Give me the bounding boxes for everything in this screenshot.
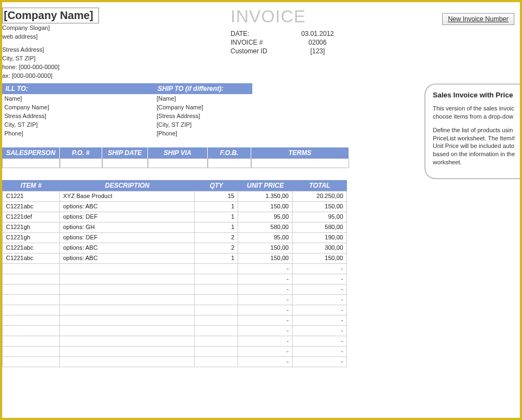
shipto-street[interactable]: [Stress Address]: [154, 112, 307, 120]
cell-qty[interactable]: 1: [195, 212, 238, 222]
table-row[interactable]: --: [2, 284, 347, 294]
cell-item[interactable]: [2, 295, 60, 305]
cell-terms[interactable]: [251, 158, 349, 168]
cell-total[interactable]: 580,00: [293, 223, 347, 232]
cell-unit[interactable]: 150,00: [238, 202, 293, 212]
cell-item[interactable]: C1221abc: [2, 243, 60, 253]
cell-unit[interactable]: -: [238, 274, 293, 284]
cell-desc[interactable]: [60, 305, 195, 315]
table-row[interactable]: --: [2, 294, 347, 305]
table-row[interactable]: C1221abcoptions: ABC1150,00150,00: [2, 201, 347, 212]
cell-qty[interactable]: [195, 347, 238, 356]
cell-qty[interactable]: 1: [195, 254, 238, 263]
cell-qty[interactable]: 2: [195, 243, 238, 253]
cell-unit[interactable]: -: [238, 357, 293, 367]
cell-total[interactable]: -: [293, 305, 347, 315]
cell-unit[interactable]: -: [238, 326, 293, 336]
billto-phone[interactable]: Phone]: [2, 129, 154, 138]
cell-unit[interactable]: 150,00: [238, 243, 293, 253]
table-row[interactable]: C1221ghoptions: DEF295,00190,00: [2, 232, 347, 243]
cell-item[interactable]: C1221: [2, 192, 60, 201]
table-row[interactable]: --: [2, 336, 347, 346]
cell-desc[interactable]: options: ABC: [60, 243, 195, 253]
cell-qty[interactable]: [195, 264, 238, 274]
table-row[interactable]: --: [2, 346, 347, 356]
cell-item[interactable]: [2, 285, 60, 294]
billto-street[interactable]: Stress Address]: [2, 112, 154, 120]
cell-qty[interactable]: [195, 305, 238, 315]
cell-unit[interactable]: -: [238, 316, 293, 325]
cell-item[interactable]: C1221abc: [2, 202, 60, 212]
cell-unit[interactable]: -: [238, 264, 293, 274]
cell-desc[interactable]: [60, 285, 195, 294]
cell-unit[interactable]: 95,00: [238, 212, 293, 222]
shipto-phone[interactable]: [Phone]: [154, 129, 307, 138]
cell-unit[interactable]: -: [238, 285, 293, 294]
cell-desc[interactable]: [60, 274, 195, 284]
cell-total[interactable]: 95,00: [293, 212, 347, 222]
cell-total[interactable]: -: [293, 316, 347, 325]
billto-name[interactable]: Name]: [2, 94, 154, 103]
cell-item[interactable]: [2, 336, 60, 346]
table-row[interactable]: C1221defoptions: DEF195,0095,00: [2, 212, 347, 222]
cell-desc[interactable]: [60, 295, 195, 305]
cell-qty[interactable]: [195, 316, 238, 325]
cell-qty[interactable]: 2: [195, 233, 238, 243]
cell-po[interactable]: [60, 158, 102, 168]
cell-qty[interactable]: [195, 295, 238, 305]
cell-total[interactable]: -: [293, 336, 347, 346]
cell-desc[interactable]: [60, 326, 195, 336]
cell-shipdate[interactable]: [102, 158, 148, 168]
table-row[interactable]: C1221XYZ Base Product151.350,0020.250,00: [2, 191, 347, 201]
cell-shipvia[interactable]: [148, 158, 208, 168]
billto-city[interactable]: City, ST ZIP]: [2, 120, 154, 129]
meta-invoice-value[interactable]: 02006: [290, 39, 345, 46]
table-row[interactable]: --: [2, 263, 347, 274]
cell-item[interactable]: [2, 305, 60, 315]
cell-qty[interactable]: [195, 357, 238, 367]
cell-unit[interactable]: 95,00: [238, 233, 293, 243]
cell-qty[interactable]: [195, 336, 238, 346]
meta-date-value[interactable]: 03.01.2012: [290, 30, 345, 38]
cell-unit[interactable]: -: [238, 336, 293, 346]
table-row[interactable]: --: [2, 325, 347, 336]
cell-desc[interactable]: [60, 347, 195, 356]
cell-unit[interactable]: -: [238, 347, 293, 356]
meta-customer-value[interactable]: [123]: [290, 47, 345, 55]
cell-item[interactable]: [2, 316, 60, 325]
cell-salesperson[interactable]: [2, 158, 60, 168]
cell-item[interactable]: [2, 326, 60, 336]
cell-qty[interactable]: 1: [195, 202, 238, 212]
cell-qty[interactable]: [195, 274, 238, 284]
cell-desc[interactable]: [60, 357, 195, 367]
cell-total[interactable]: 190,00: [293, 233, 347, 243]
new-invoice-button[interactable]: New Invoice Number: [442, 13, 514, 25]
cell-desc[interactable]: XYZ Base Product: [60, 192, 195, 201]
cell-qty[interactable]: 15: [195, 192, 238, 201]
cell-item[interactable]: C1221abc: [2, 254, 60, 263]
cell-item[interactable]: [2, 274, 60, 284]
cell-desc[interactable]: options: ABC: [60, 202, 195, 212]
cell-desc[interactable]: [60, 264, 195, 274]
cell-desc[interactable]: [60, 336, 195, 346]
cell-desc[interactable]: options: ABC: [60, 254, 195, 263]
cell-total[interactable]: -: [293, 326, 347, 336]
cell-item[interactable]: C1221gh: [2, 233, 60, 243]
cell-total[interactable]: -: [293, 264, 347, 274]
cell-unit[interactable]: -: [238, 305, 293, 315]
cell-item[interactable]: [2, 357, 60, 367]
cell-item[interactable]: [2, 347, 60, 356]
cell-unit[interactable]: 150,00: [238, 254, 293, 263]
cell-unit[interactable]: 580,00: [238, 223, 293, 232]
table-row[interactable]: C1221abcoptions: ABC2150,00300,00: [2, 243, 347, 253]
table-row[interactable]: --: [2, 274, 347, 284]
cell-desc[interactable]: options: DEF: [60, 233, 195, 243]
cell-total[interactable]: 20.250,00: [293, 192, 347, 201]
cell-fob[interactable]: [208, 158, 251, 168]
company-name[interactable]: [Company Name]: [2, 8, 99, 23]
shipto-name[interactable]: [Name]: [154, 94, 307, 103]
cell-total[interactable]: -: [293, 347, 347, 356]
shipto-company[interactable]: [Company Name]: [154, 103, 307, 112]
cell-total[interactable]: -: [293, 295, 347, 305]
shipto-city[interactable]: [City, ST ZIP]: [154, 120, 307, 129]
